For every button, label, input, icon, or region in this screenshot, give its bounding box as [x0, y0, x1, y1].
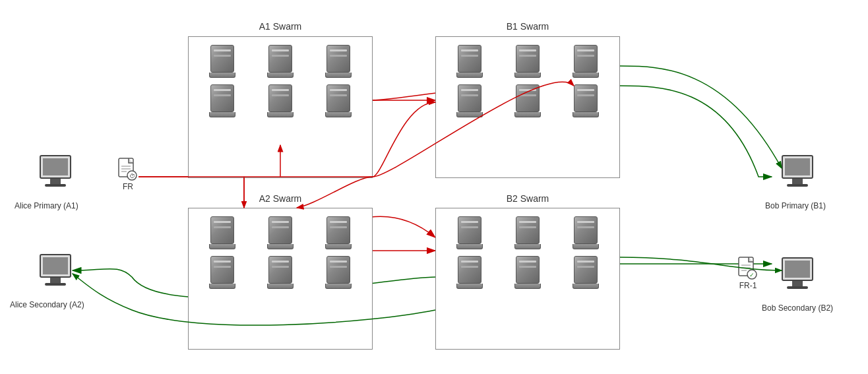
bob-primary-label: Bob Primary (B1): [765, 201, 826, 210]
diagram-container: A1 Swarm B1 Swarm: [0, 0, 868, 374]
server-icon: [255, 45, 306, 78]
fr-doc-svg: ⏱: [117, 157, 139, 181]
monitor: [40, 254, 71, 278]
server-icon: [444, 45, 495, 78]
alice-primary-label: Alice Primary (A1): [15, 201, 78, 210]
server-icon: [444, 256, 495, 289]
server-icon: [560, 216, 611, 249]
server-icon: [313, 84, 364, 117]
a1-swarm-box: [188, 36, 373, 178]
monitor-screen: [43, 158, 68, 175]
a2-swarm-box: [188, 208, 373, 350]
bob-secondary-label: Bob Secondary (B2): [762, 303, 833, 313]
b2-swarm-box: [435, 208, 620, 350]
server-icon: [197, 216, 248, 249]
monitor-stand: [792, 281, 803, 286]
b2-swarm-label: B2 Swarm: [435, 193, 620, 204]
server-icon: [313, 45, 364, 78]
server-icon: [560, 45, 611, 78]
alice-secondary-label: Alice Secondary (A2): [10, 300, 84, 309]
monitor: [782, 155, 813, 179]
server-icon: [197, 256, 248, 289]
b1-swarm-label: B1 Swarm: [435, 21, 620, 32]
a1-swarm-label: A1 Swarm: [188, 21, 373, 32]
fr-doc-label: FR: [123, 182, 133, 191]
server-icon: [502, 45, 553, 78]
server-icon: [313, 256, 364, 289]
monitor-stand: [50, 179, 61, 184]
bob-primary-computer: [782, 155, 813, 187]
alice-primary-computer: [40, 155, 71, 187]
server-icon: [560, 84, 611, 117]
a2-swarm-label: A2 Swarm: [188, 193, 373, 204]
monitor-base: [45, 283, 66, 286]
monitor: [782, 257, 813, 281]
monitor-base: [45, 184, 66, 187]
svg-text:⏱: ⏱: [129, 173, 135, 179]
fr1-doc-svg: ✓: [737, 256, 759, 280]
monitor-screen: [43, 257, 68, 274]
server-icon: [444, 84, 495, 117]
fr-document: ⏱ FR: [117, 157, 139, 191]
monitor-base: [787, 286, 808, 289]
monitor-base: [787, 184, 808, 187]
fr1-document: ✓ FR-1: [737, 256, 759, 290]
monitor-stand: [50, 278, 61, 283]
server-icon: [255, 256, 306, 289]
monitor: [40, 155, 71, 179]
bob-secondary-computer: [782, 257, 813, 289]
server-icon: [502, 216, 553, 249]
fr1-doc-label: FR-1: [739, 281, 757, 290]
monitor-screen: [785, 158, 810, 175]
server-icon: [502, 84, 553, 117]
server-icon: [502, 256, 553, 289]
server-icon: [197, 84, 248, 117]
server-icon: [560, 256, 611, 289]
server-icon: [444, 216, 495, 249]
alice-secondary-computer: [40, 254, 71, 286]
server-icon: [197, 45, 248, 78]
svg-text:✓: ✓: [749, 272, 755, 278]
monitor-screen: [785, 261, 810, 278]
monitor-stand: [792, 179, 803, 184]
b1-swarm-box: [435, 36, 620, 178]
server-icon: [255, 216, 306, 249]
server-icon: [255, 84, 306, 117]
server-icon: [313, 216, 364, 249]
